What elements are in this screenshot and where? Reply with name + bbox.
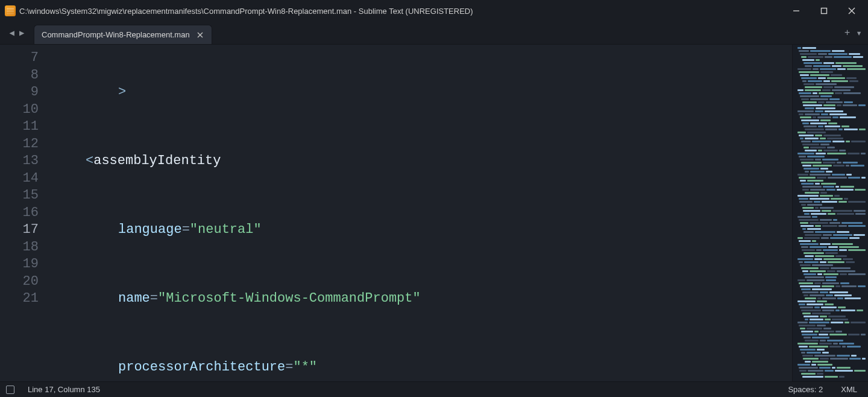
maximize-button[interactable] (810, 0, 838, 22)
code-text: > (118, 84, 126, 100)
line-number[interactable]: 8 (0, 67, 52, 84)
line-number[interactable]: 20 (0, 273, 52, 291)
tab-menu-button[interactable]: ▾ (856, 27, 862, 39)
tab-close-icon[interactable] (196, 31, 204, 39)
title-bar: C:\windows\System32\migwiz\replacementma… (0, 0, 868, 22)
line-number[interactable]: 17 (0, 221, 52, 239)
line-number[interactable]: 16 (0, 205, 52, 222)
line-number[interactable]: 10 (0, 101, 52, 119)
status-cursor-position[interactable]: Line 17, Column 135 (23, 385, 105, 394)
line-number[interactable]: 13 (0, 153, 52, 170)
svg-rect-1 (822, 8, 827, 14)
nav-back-icon[interactable]: ◀ (10, 28, 14, 38)
tab-bar: ◀ ▶ CommandPrompt-Win8-Replacement.man +… (0, 22, 868, 45)
line-number[interactable]: 21 (0, 290, 52, 308)
editor: 789101112131415161718192021 > <assemblyI… (0, 45, 868, 381)
tag-assemblyidentity: assemblyIdentity (93, 153, 221, 168)
line-number[interactable]: 7 (0, 49, 52, 67)
file-tab-label: CommandPrompt-Win8-Replacement.man (42, 30, 190, 39)
nav-forward-icon[interactable]: ▶ (19, 28, 24, 38)
minimap[interactable] (792, 45, 868, 381)
status-indentation[interactable]: Spaces: 2 (783, 385, 828, 394)
minimize-button[interactable] (782, 0, 810, 22)
panel-switcher-icon[interactable] (6, 386, 14, 394)
line-number[interactable]: 18 (0, 239, 52, 256)
line-number-gutter[interactable]: 789101112131415161718192021 (0, 45, 52, 381)
status-bar: Line 17, Column 135 Spaces: 2 XML (0, 381, 868, 397)
line-number[interactable]: 15 (0, 187, 52, 205)
line-number[interactable]: 9 (0, 84, 52, 101)
window-title: C:\windows\System32\migwiz\replacementma… (19, 7, 473, 16)
status-syntax[interactable]: XML (836, 385, 862, 394)
line-number[interactable]: 19 (0, 256, 52, 273)
line-number[interactable]: 12 (0, 136, 52, 153)
code-area[interactable]: > <assemblyIdentity language="neutral" n… (52, 45, 792, 381)
close-button[interactable] (838, 0, 866, 22)
window-controls (782, 0, 866, 22)
app-logo-icon (5, 5, 16, 16)
line-number[interactable]: 14 (0, 170, 52, 188)
new-tab-button[interactable]: + (844, 28, 851, 39)
file-tab[interactable]: CommandPrompt-Win8-Replacement.man (34, 25, 212, 44)
line-number[interactable]: 11 (0, 118, 52, 136)
